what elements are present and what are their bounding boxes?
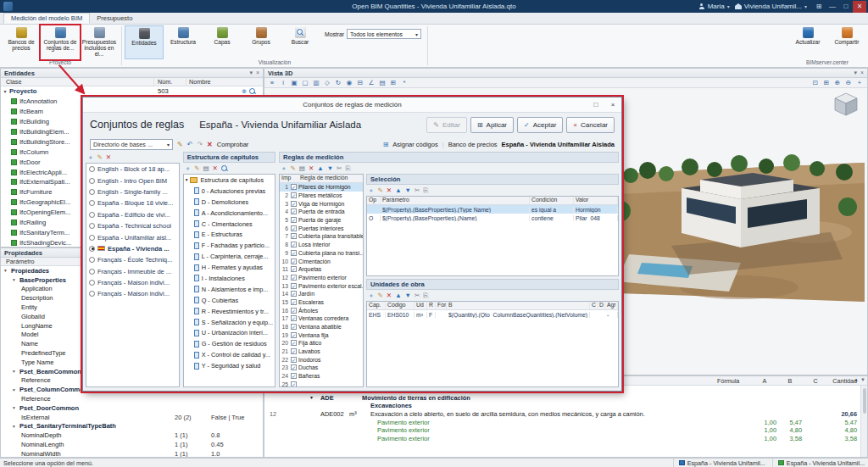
search-icon[interactable] — [221, 165, 228, 172]
chapter-item[interactable]: Y - Seguridad y salud — [184, 360, 275, 371]
minimize-button[interactable]: — — [826, 1, 839, 13]
copy-icon[interactable]: ▤ — [203, 164, 209, 172]
radio-icon[interactable] — [89, 200, 95, 206]
print-checkbox[interactable]: ✓ — [291, 259, 297, 264]
move-down-icon[interactable]: ▼ — [405, 186, 411, 194]
status-project-1[interactable]: España - Vivienda Unifamil... — [673, 459, 765, 467]
info-icon[interactable]: i — [278, 79, 288, 87]
rule-row[interactable]: 15✓Escaleras — [280, 298, 363, 307]
chapter-item[interactable]: I - Instalaciones — [184, 273, 275, 284]
visibility-checkbox[interactable] — [11, 230, 17, 236]
measurement-rulesets-button[interactable]: Conjuntos de reglas de... — [41, 25, 80, 59]
wireframe-mode-icon[interactable]: ▢ — [300, 79, 310, 87]
move-down-icon[interactable]: ▼ — [327, 164, 333, 172]
print-checkbox[interactable]: ✓ — [291, 242, 297, 247]
visibility-checkbox[interactable] — [11, 108, 17, 114]
cut-icon[interactable]: ✂ — [415, 186, 420, 194]
eye-icon[interactable]: ◉ — [344, 79, 354, 87]
redo-icon[interactable]: ↷ — [197, 141, 203, 148]
show-filter-select[interactable]: Todos los elementos▾ — [347, 29, 421, 39]
maximize-button[interactable]: □ — [839, 1, 853, 13]
measurement-row[interactable]: ▾ADEMovimiento de tierras en edificación — [264, 394, 860, 403]
assign-codes-button[interactable]: Asignar códigos — [392, 141, 437, 148]
ruleset-item[interactable]: Français - École Techniq... — [86, 254, 179, 265]
pan-icon[interactable]: + — [854, 79, 865, 87]
print-checkbox[interactable]: ✓ — [291, 381, 297, 386]
chapter-item[interactable]: S - Señalización y equip... — [184, 317, 275, 328]
edit-icon[interactable]: ✎ — [291, 164, 296, 172]
chapter-item[interactable]: N - Aislamientos e imp... — [184, 284, 275, 295]
move-down-icon[interactable]: ▼ — [405, 292, 411, 299]
print-checkbox[interactable]: ✓ — [291, 192, 297, 198]
chapters-root[interactable]: ▾Estructura de capítulos — [184, 175, 275, 186]
refresh-button[interactable]: Actualizar — [788, 25, 827, 59]
print-checkbox[interactable]: ✓ — [291, 225, 297, 231]
zoom-extents-icon[interactable]: ⊞ — [821, 79, 832, 87]
hidden-line-icon[interactable]: ▥ — [311, 79, 321, 87]
search-button[interactable]: Buscar — [281, 25, 320, 59]
visibility-checkbox[interactable] — [11, 129, 17, 135]
print-checkbox[interactable]: ✓ — [291, 250, 297, 256]
edit-directory-icon[interactable]: ✎ — [177, 141, 183, 148]
structure-button[interactable]: Estructura — [164, 25, 203, 59]
radio-icon[interactable] — [89, 280, 95, 286]
radio-icon[interactable] — [89, 235, 95, 241]
chapter-item[interactable]: U - Urbanización interi... — [184, 327, 275, 338]
close-button[interactable]: ✕ — [853, 1, 866, 13]
paste-icon[interactable]: ⎘ — [423, 292, 428, 300]
print-checkbox[interactable]: ✓ — [291, 233, 297, 239]
entities-button[interactable]: Entidades — [125, 25, 164, 59]
edit-icon[interactable]: ✎ — [378, 186, 383, 194]
property-row[interactable]: NominalDepth1 (1)0.8 — [1, 431, 263, 440]
rule-row[interactable]: 9✓Cubierta plana no transi... — [280, 249, 363, 258]
rule-row[interactable]: 23✓Duchas — [280, 364, 363, 372]
measurement-row[interactable]: Pavimento exterior1,004,804,80 — [264, 426, 860, 435]
chevron-down-icon[interactable]: ▾ — [854, 69, 857, 76]
tree-row-project[interactable]: ▾Proyecto503⊕ — [1, 86, 263, 97]
aplicar-button[interactable]: ⊞Aplicar — [470, 117, 514, 133]
ruleset-item[interactable]: English - Block of 18 ap... — [86, 164, 179, 175]
ruleset-item[interactable]: España - Edificio de vivi... — [86, 209, 179, 220]
property-row[interactable]: ▾Pset_DoorCommon — [1, 403, 263, 413]
share-button[interactable]: Compartir — [827, 25, 866, 59]
radio-icon[interactable] — [89, 223, 95, 229]
rule-row[interactable]: 20✓Fija ático — [280, 339, 363, 347]
rule-row[interactable]: 7✓Cubierta plana transitable — [280, 232, 363, 241]
chapter-item[interactable]: D - Demoliciones — [184, 197, 275, 208]
visibility-checkbox[interactable] — [11, 119, 17, 125]
rule-row[interactable]: 14✓Jardín — [280, 290, 363, 298]
radio-icon[interactable] — [89, 291, 95, 297]
close-icon[interactable]: × — [256, 69, 259, 76]
move-up-icon[interactable]: ▲ — [395, 292, 401, 299]
appearance-icon[interactable]: ▤ — [377, 79, 387, 87]
collapse-down-icon[interactable]: ▼ — [860, 377, 865, 382]
print-checkbox[interactable]: ✓ — [291, 373, 297, 379]
work-unit-row[interactable]: EHSEHS010m³F$(Quantity).(Qto_ColumnBaseQ… — [367, 310, 618, 319]
print-checkbox[interactable]: ✓ — [291, 201, 297, 207]
print-checkbox[interactable]: ✓ — [291, 283, 297, 289]
rule-row[interactable]: 17✓Ventanas corredera — [280, 314, 363, 323]
print-checkbox[interactable]: ✓ — [291, 275, 297, 281]
ruleset-item[interactable]: Français - Maison indivi... — [86, 277, 179, 288]
print-checkbox[interactable]: ✓ — [291, 217, 297, 223]
solid-mode-icon[interactable]: ▣ — [289, 79, 299, 87]
chapter-item[interactable]: R - Revestimientos y tr... — [184, 306, 275, 317]
property-row[interactable]: ▾Pset_SanitaryTerminalTypeBath — [1, 422, 263, 431]
apps-grid-button[interactable]: ⊞ — [812, 1, 826, 13]
print-checkbox[interactable]: ✓ — [291, 332, 297, 338]
rule-row[interactable]: 6✓Puertas interiores — [280, 224, 363, 232]
copy-icon[interactable]: ▤ — [299, 164, 305, 172]
print-checkbox[interactable]: ✓ — [291, 357, 297, 363]
ruleset-item[interactable]: España - Bloque 18 vivie... — [86, 197, 179, 208]
chapter-item[interactable]: H - Remates y ayudas — [184, 262, 275, 273]
visibility-checkbox[interactable] — [11, 159, 17, 165]
rule-row[interactable]: 12✓Pavimento exterior — [280, 274, 363, 282]
rule-row[interactable]: 11✓Arquetas — [280, 265, 363, 274]
print-checkbox[interactable]: ✓ — [291, 340, 297, 346]
price-banks-button[interactable]: Bancos de precios — [2, 25, 41, 59]
database-directory-select[interactable]: Directorio de bases ... ▾ — [90, 139, 173, 150]
cut-icon[interactable]: ✂ — [415, 292, 420, 299]
rule-row[interactable]: 8✓Losa interior — [280, 241, 363, 249]
visibility-checkbox[interactable] — [11, 139, 17, 145]
chapter-item[interactable]: 0 - Actuaciones previas — [184, 186, 275, 197]
